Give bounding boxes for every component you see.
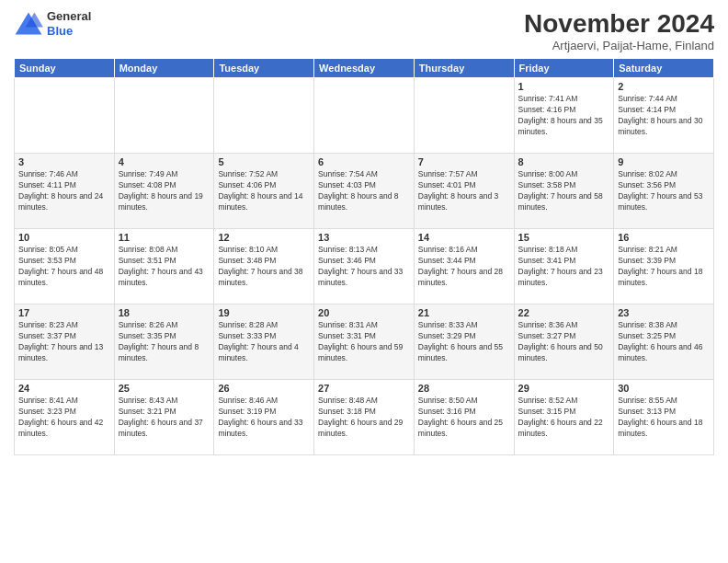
calendar-cell: 15Sunrise: 8:18 AM Sunset: 3:41 PM Dayli… [514, 229, 614, 304]
calendar-header-friday: Friday [514, 59, 614, 78]
day-info: Sunrise: 7:57 AM Sunset: 4:01 PM Dayligh… [418, 169, 510, 213]
day-number: 23 [618, 307, 710, 318]
month-title: November 2024 [524, 9, 714, 39]
title-area: November 2024 Artjaervi, Paijat-Hame, Fi… [524, 9, 714, 52]
calendar-cell [15, 78, 115, 154]
calendar-cell [214, 78, 314, 154]
calendar-header-saturday: Saturday [614, 59, 714, 78]
header: General Blue November 2024 Artjaervi, Pa… [14, 9, 714, 52]
calendar-cell: 30Sunrise: 8:55 AM Sunset: 3:13 PM Dayli… [614, 380, 714, 455]
calendar-cell: 10Sunrise: 8:05 AM Sunset: 3:53 PM Dayli… [15, 229, 115, 304]
calendar-header-monday: Monday [114, 59, 214, 78]
day-number: 7 [418, 156, 510, 167]
day-info: Sunrise: 8:02 AM Sunset: 3:56 PM Dayligh… [618, 169, 710, 213]
calendar-cell: 24Sunrise: 8:41 AM Sunset: 3:23 PM Dayli… [15, 380, 115, 455]
calendar-cell: 25Sunrise: 8:43 AM Sunset: 3:21 PM Dayli… [114, 380, 214, 455]
calendar-cell: 8Sunrise: 8:00 AM Sunset: 3:58 PM Daylig… [514, 154, 614, 229]
calendar-cell: 12Sunrise: 8:10 AM Sunset: 3:48 PM Dayli… [214, 229, 314, 304]
day-number: 19 [218, 307, 310, 318]
day-number: 22 [518, 307, 610, 318]
day-info: Sunrise: 8:50 AM Sunset: 3:16 PM Dayligh… [418, 396, 510, 440]
day-info: Sunrise: 8:28 AM Sunset: 3:33 PM Dayligh… [218, 320, 310, 364]
calendar-cell: 19Sunrise: 8:28 AM Sunset: 3:33 PM Dayli… [214, 304, 314, 380]
day-number: 6 [318, 156, 410, 167]
calendar: SundayMondayTuesdayWednesdayThursdayFrid… [14, 58, 714, 455]
calendar-week-1: 1Sunrise: 7:41 AM Sunset: 4:16 PM Daylig… [15, 78, 714, 154]
calendar-cell: 16Sunrise: 8:21 AM Sunset: 3:39 PM Dayli… [614, 229, 714, 304]
calendar-cell: 18Sunrise: 8:26 AM Sunset: 3:35 PM Dayli… [114, 304, 214, 380]
day-info: Sunrise: 8:46 AM Sunset: 3:19 PM Dayligh… [218, 396, 310, 440]
logo-icon [14, 11, 43, 37]
calendar-week-3: 10Sunrise: 8:05 AM Sunset: 3:53 PM Dayli… [15, 229, 714, 304]
calendar-cell: 21Sunrise: 8:33 AM Sunset: 3:29 PM Dayli… [414, 304, 514, 380]
calendar-header-thursday: Thursday [414, 59, 514, 78]
logo-general: General [47, 9, 91, 24]
calendar-cell: 9Sunrise: 8:02 AM Sunset: 3:56 PM Daylig… [614, 154, 714, 229]
calendar-cell [314, 78, 415, 154]
calendar-cell: 1Sunrise: 7:41 AM Sunset: 4:16 PM Daylig… [514, 78, 614, 154]
calendar-week-5: 24Sunrise: 8:41 AM Sunset: 3:23 PM Dayli… [15, 380, 714, 455]
day-info: Sunrise: 7:49 AM Sunset: 4:08 PM Dayligh… [119, 169, 210, 213]
day-number: 16 [618, 232, 710, 243]
day-info: Sunrise: 7:52 AM Sunset: 4:06 PM Dayligh… [218, 169, 310, 213]
day-info: Sunrise: 8:21 AM Sunset: 3:39 PM Dayligh… [618, 245, 710, 289]
day-number: 21 [418, 307, 510, 318]
day-info: Sunrise: 8:33 AM Sunset: 3:29 PM Dayligh… [418, 320, 510, 364]
calendar-cell [114, 78, 214, 154]
calendar-cell: 27Sunrise: 8:48 AM Sunset: 3:18 PM Dayli… [314, 380, 415, 455]
calendar-cell: 26Sunrise: 8:46 AM Sunset: 3:19 PM Dayli… [214, 380, 314, 455]
calendar-cell: 20Sunrise: 8:31 AM Sunset: 3:31 PM Dayli… [314, 304, 415, 380]
calendar-cell: 5Sunrise: 7:52 AM Sunset: 4:06 PM Daylig… [214, 154, 314, 229]
day-number: 13 [318, 232, 410, 243]
day-info: Sunrise: 8:38 AM Sunset: 3:25 PM Dayligh… [618, 320, 710, 364]
calendar-cell: 4Sunrise: 7:49 AM Sunset: 4:08 PM Daylig… [114, 154, 214, 229]
calendar-cell: 29Sunrise: 8:52 AM Sunset: 3:15 PM Dayli… [514, 380, 614, 455]
day-number: 2 [618, 81, 710, 92]
logo: General Blue [14, 9, 91, 38]
day-number: 10 [18, 232, 110, 243]
location: Artjaervi, Paijat-Hame, Finland [524, 39, 714, 52]
day-info: Sunrise: 8:23 AM Sunset: 3:37 PM Dayligh… [18, 320, 110, 364]
day-number: 24 [18, 383, 110, 394]
calendar-cell: 23Sunrise: 8:38 AM Sunset: 3:25 PM Dayli… [614, 304, 714, 380]
calendar-week-2: 3Sunrise: 7:46 AM Sunset: 4:11 PM Daylig… [15, 154, 714, 229]
day-number: 9 [618, 156, 710, 167]
day-number: 15 [518, 232, 610, 243]
day-info: Sunrise: 8:18 AM Sunset: 3:41 PM Dayligh… [518, 245, 610, 289]
calendar-header-sunday: Sunday [15, 59, 115, 78]
day-info: Sunrise: 8:00 AM Sunset: 3:58 PM Dayligh… [518, 169, 610, 213]
day-info: Sunrise: 7:46 AM Sunset: 4:11 PM Dayligh… [18, 169, 110, 213]
calendar-cell: 14Sunrise: 8:16 AM Sunset: 3:44 PM Dayli… [414, 229, 514, 304]
day-number: 18 [119, 307, 210, 318]
page: General Blue November 2024 Artjaervi, Pa… [0, 0, 728, 563]
day-number: 8 [518, 156, 610, 167]
calendar-header-tuesday: Tuesday [214, 59, 314, 78]
calendar-cell: 13Sunrise: 8:13 AM Sunset: 3:46 PM Dayli… [314, 229, 415, 304]
day-info: Sunrise: 8:43 AM Sunset: 3:21 PM Dayligh… [119, 396, 210, 440]
calendar-cell: 22Sunrise: 8:36 AM Sunset: 3:27 PM Dayli… [514, 304, 614, 380]
day-number: 29 [518, 383, 610, 394]
day-number: 20 [318, 307, 410, 318]
day-info: Sunrise: 7:54 AM Sunset: 4:03 PM Dayligh… [318, 169, 410, 213]
calendar-week-4: 17Sunrise: 8:23 AM Sunset: 3:37 PM Dayli… [15, 304, 714, 380]
calendar-cell: 6Sunrise: 7:54 AM Sunset: 4:03 PM Daylig… [314, 154, 415, 229]
day-number: 30 [618, 383, 710, 394]
day-info: Sunrise: 7:41 AM Sunset: 4:16 PM Dayligh… [518, 94, 610, 138]
calendar-cell: 28Sunrise: 8:50 AM Sunset: 3:16 PM Dayli… [414, 380, 514, 455]
day-number: 3 [18, 156, 110, 167]
day-info: Sunrise: 8:05 AM Sunset: 3:53 PM Dayligh… [18, 245, 110, 289]
calendar-cell: 17Sunrise: 8:23 AM Sunset: 3:37 PM Dayli… [15, 304, 115, 380]
calendar-cell [414, 78, 514, 154]
day-number: 25 [119, 383, 210, 394]
day-info: Sunrise: 8:55 AM Sunset: 3:13 PM Dayligh… [618, 396, 710, 440]
calendar-cell: 11Sunrise: 8:08 AM Sunset: 3:51 PM Dayli… [114, 229, 214, 304]
day-number: 4 [119, 156, 210, 167]
day-info: Sunrise: 8:08 AM Sunset: 3:51 PM Dayligh… [119, 245, 210, 289]
day-number: 14 [418, 232, 510, 243]
calendar-cell: 3Sunrise: 7:46 AM Sunset: 4:11 PM Daylig… [15, 154, 115, 229]
day-info: Sunrise: 8:48 AM Sunset: 3:18 PM Dayligh… [318, 396, 410, 440]
logo-blue: Blue [47, 24, 91, 39]
calendar-header-row: SundayMondayTuesdayWednesdayThursdayFrid… [15, 59, 714, 78]
day-info: Sunrise: 8:36 AM Sunset: 3:27 PM Dayligh… [518, 320, 610, 364]
day-info: Sunrise: 8:31 AM Sunset: 3:31 PM Dayligh… [318, 320, 410, 364]
